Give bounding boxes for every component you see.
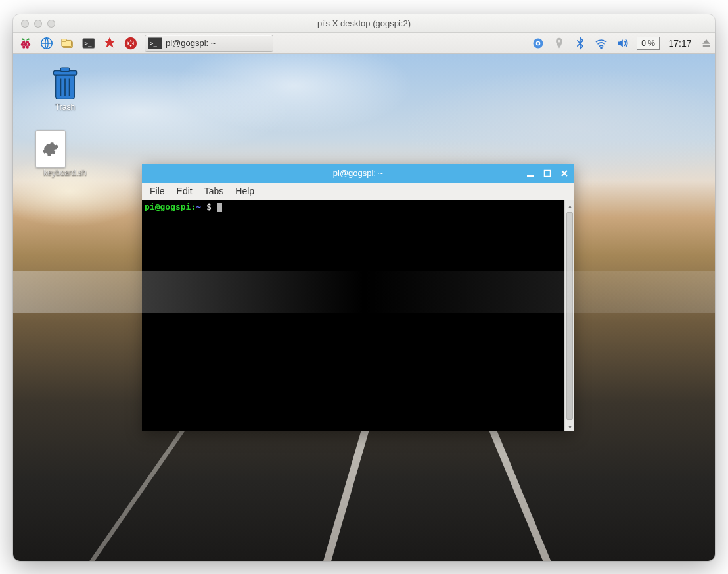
svg-point-4 — [28, 43, 30, 45]
menu-raspberry-icon[interactable] — [16, 35, 35, 52]
terminal-content[interactable]: pi@gogspi:~ $ — [142, 200, 564, 431]
prompt-path: ~ — [196, 202, 201, 211]
close-dot[interactable] — [21, 20, 29, 28]
terminal-body[interactable]: pi@gogspi:~ $ ▴ ▾ — [142, 200, 574, 431]
svg-rect-26 — [527, 175, 534, 177]
terminal-window[interactable]: pi@gogspi: ~ File Edit Tabs Help pi@gogs… — [142, 164, 574, 431]
location-tray-icon[interactable] — [553, 37, 566, 50]
cpu-usage[interactable]: 0 % — [637, 37, 660, 50]
volume-icon[interactable] — [616, 37, 629, 50]
terminal-cursor — [217, 203, 222, 212]
svg-point-14 — [125, 37, 137, 49]
terminal-scrollbar[interactable]: ▴ ▾ — [564, 200, 574, 431]
trash-label: Trash — [35, 102, 95, 112]
eject-icon[interactable] — [700, 37, 712, 49]
maximize-button[interactable] — [541, 167, 553, 179]
scroll-down-icon[interactable]: ▾ — [565, 421, 574, 431]
taskbar: >_ >_ pi@gogspi: ~ — [13, 33, 715, 54]
svg-marker-13 — [104, 37, 116, 47]
mathematica-icon[interactable] — [100, 35, 120, 52]
svg-point-0 — [22, 40, 25, 43]
prompt-user: pi@gogspi — [145, 202, 191, 211]
zoom-dot[interactable] — [47, 20, 55, 28]
clock[interactable]: 17:17 — [668, 38, 693, 49]
svg-rect-27 — [545, 170, 551, 176]
terminal-menubar: File Edit Tabs Help — [142, 183, 574, 200]
wifi-icon[interactable] — [595, 37, 608, 50]
terminal-titlebar[interactable]: pi@gogspi: ~ — [142, 164, 574, 183]
file-manager-icon[interactable] — [58, 35, 78, 52]
web-browser-icon[interactable] — [37, 35, 57, 52]
minimize-dot[interactable] — [34, 20, 42, 28]
menu-edit[interactable]: Edit — [177, 186, 193, 196]
terminal-icon[interactable]: >_ — [79, 35, 99, 52]
gear-icon — [42, 141, 59, 158]
task-button-label: pi@gogspi: ~ — [166, 38, 216, 48]
prompt-symbol: $ — [201, 202, 216, 211]
traffic-lights[interactable] — [21, 20, 55, 28]
menu-file[interactable]: File — [150, 186, 165, 196]
trash-icon — [51, 67, 80, 102]
svg-point-2 — [21, 43, 24, 45]
svg-point-19 — [601, 47, 602, 48]
menu-tabs[interactable]: Tabs — [204, 186, 224, 196]
svg-text:>_: >_ — [85, 39, 93, 46]
svg-point-3 — [24, 43, 28, 46]
trash-desktop-icon[interactable]: Trash — [35, 68, 95, 112]
svg-rect-22 — [60, 68, 69, 71]
wallpaper-clouds — [13, 33, 715, 561]
chromium-tray-icon[interactable] — [532, 37, 545, 50]
menu-help[interactable]: Help — [235, 186, 254, 196]
close-button[interactable] — [558, 167, 570, 179]
mac-titlebar[interactable]: pi's X desktop (gogspi:2) — [13, 14, 715, 33]
svg-point-5 — [22, 45, 25, 48]
svg-point-1 — [26, 40, 29, 43]
bluetooth-icon[interactable] — [574, 37, 587, 50]
svg-point-18 — [558, 39, 560, 42]
mac-window-title: pi's X desktop (gogspi:2) — [13, 18, 715, 28]
keyboard-script-label: keyboard.sh — [35, 168, 95, 177]
minimize-button[interactable] — [524, 167, 536, 179]
svg-point-17 — [537, 42, 539, 45]
wolfram-icon[interactable] — [121, 35, 141, 52]
scroll-thumb[interactable] — [566, 212, 573, 420]
remote-desktop[interactable]: >_ >_ pi@gogspi: ~ — [13, 33, 715, 561]
svg-point-6 — [26, 45, 29, 48]
svg-rect-10 — [62, 39, 66, 41]
taskbar-terminal-button[interactable]: >_ pi@gogspi: ~ — [145, 35, 273, 52]
scroll-up-icon[interactable]: ▴ — [565, 200, 574, 211]
terminal-mini-icon: >_ — [148, 37, 162, 49]
terminal-title-text: pi@gogspi: ~ — [142, 168, 574, 178]
system-tray: 0 % 17:17 — [532, 37, 712, 50]
vnc-window: pi's X desktop (gogspi:2) >_ — [13, 14, 715, 561]
keyboard-script-desktop-icon[interactable]: keyboard.sh — [35, 130, 95, 177]
